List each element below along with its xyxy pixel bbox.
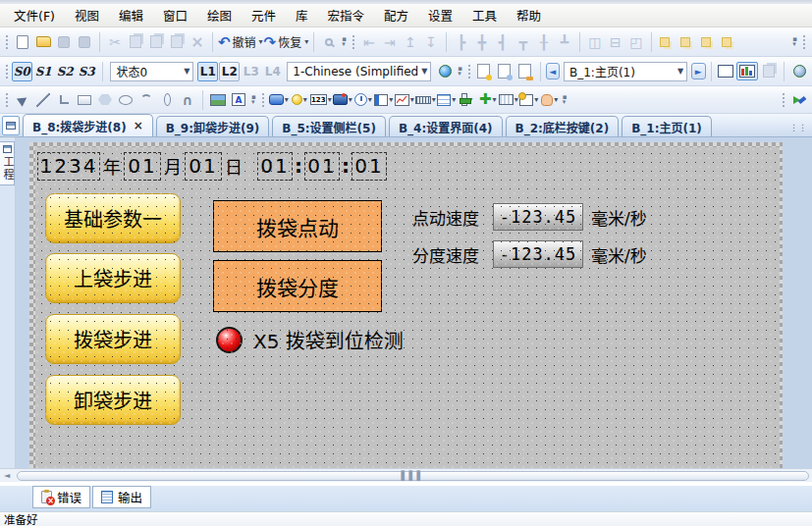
canvas-viewport[interactable]: 1234 年 01 月 01 日 01 : 01 : 01 基础参数一 上袋步进… — [16, 137, 812, 468]
screen-combobox[interactable]: B_1:主页(1) ▼ — [564, 62, 687, 81]
bring-forward-button[interactable] — [698, 31, 718, 53]
nav-button-unload-bag[interactable]: 卸袋步进 — [45, 375, 181, 425]
jog-speed-value[interactable]: -123.45 — [493, 203, 583, 231]
copy-button[interactable] — [126, 31, 145, 53]
nav-button-load-bag[interactable]: 上袋步进 — [45, 253, 181, 303]
new-file-button[interactable] — [13, 31, 32, 53]
toolbar-overflow-button[interactable]: ▪▾ — [342, 37, 347, 47]
preview-toggle-button[interactable] — [736, 62, 758, 80]
hmi-screen[interactable]: 1234 年 01 月 01 日 01 : 01 : 01 基础参数一 上袋步进… — [35, 147, 780, 468]
datetime-display[interactable]: 1234 年 01 月 01 日 01 : 01 : 01 — [37, 151, 387, 181]
errors-panel-tab[interactable]: 错误 — [32, 486, 90, 508]
day-field[interactable]: 01 — [185, 152, 222, 181]
toolbar-grip[interactable] — [466, 63, 470, 80]
toolbar-grip[interactable] — [801, 33, 806, 51]
arch-tool-button[interactable]: ∩ — [178, 89, 197, 111]
bit-button-tool[interactable]: ▾ — [269, 89, 289, 111]
minute-field[interactable]: 01 — [304, 152, 340, 181]
trend-chart-tool[interactable]: ▾ — [395, 89, 414, 111]
table-tool[interactable]: ▾ — [437, 89, 457, 111]
toolbar-grip[interactable] — [4, 33, 9, 51]
polyline-tool-button[interactable] — [54, 89, 74, 111]
toolbar-grip[interactable] — [4, 63, 8, 80]
move-component-tool[interactable]: ✚▾ — [478, 89, 498, 111]
new-screen-button[interactable] — [474, 61, 494, 82]
second-field[interactable]: 01 — [352, 152, 387, 181]
open-file-button[interactable] — [33, 31, 53, 53]
horizontal-scrollbar[interactable]: ◄ ▌▌▌ — [0, 468, 812, 482]
center-horizontal-button[interactable]: ╂ — [534, 31, 554, 53]
tab-b1[interactable]: B_1:主页(1) — [622, 116, 712, 136]
meter-tool[interactable]: ▾ — [374, 89, 394, 111]
menu-tools[interactable]: 工具 — [462, 4, 507, 26]
touch-key-tool[interactable]: ▾ — [540, 89, 560, 111]
tab-overflow-button[interactable]: ⋮⋮ — [789, 123, 810, 136]
menu-settings[interactable]: 设置 — [418, 4, 462, 26]
clock-tool[interactable]: ▾ — [353, 89, 373, 111]
menu-window[interactable]: 窗口 — [153, 4, 197, 26]
menu-help[interactable]: 帮助 — [507, 4, 551, 26]
undo-button[interactable]: ↶ 撤销 ▾ — [218, 31, 263, 53]
menu-component[interactable]: 元件 — [242, 4, 286, 26]
apply-screen-button[interactable] — [759, 61, 779, 82]
language-1-button[interactable]: L1 — [197, 62, 218, 81]
alarm-display-tool[interactable]: ▾ — [519, 89, 539, 111]
ellipse-tool-button[interactable] — [116, 89, 135, 111]
action-button-index[interactable]: 拨袋分度 — [213, 260, 382, 312]
align-right-button[interactable]: ⇥ — [380, 31, 400, 53]
center-vertical-button[interactable]: ╋ — [472, 31, 492, 53]
paste-button[interactable] — [167, 31, 187, 53]
align-bottom-button[interactable]: ↧ — [421, 31, 441, 53]
screen-properties-button[interactable] — [515, 61, 535, 82]
tab-b9[interactable]: B_9:卸袋步进(9) — [156, 116, 270, 136]
distribute-left-button[interactable]: ┣ — [452, 31, 471, 53]
arc-tool-button[interactable] — [136, 89, 156, 111]
window-view-button[interactable] — [716, 61, 735, 82]
distribute-right-button[interactable]: ┫ — [493, 31, 513, 53]
toolbar-grip[interactable] — [351, 33, 355, 51]
tab-b2[interactable]: B_2:底栏按键(2) — [506, 116, 620, 136]
picture-tool-button[interactable] — [208, 89, 228, 111]
send-backward-button[interactable] — [719, 31, 738, 53]
state-3-button[interactable]: S3 — [77, 62, 97, 81]
text-tool-button[interactable]: A — [229, 89, 248, 111]
align-top-button[interactable]: ↥ — [401, 31, 420, 53]
hour-field[interactable]: 01 — [257, 152, 293, 181]
menu-recipe[interactable]: 配方 — [374, 4, 418, 26]
state-1-button[interactable]: S1 — [33, 62, 54, 81]
send-to-back-button[interactable] — [677, 31, 697, 53]
lamp-tool[interactable]: ▾ — [290, 89, 309, 111]
sector-tool-button[interactable] — [157, 89, 177, 111]
same-height-button[interactable]: ⊟ — [606, 31, 625, 53]
nav-button-basic-params[interactable]: 基础参数一 — [45, 193, 181, 243]
save-all-button[interactable] — [75, 31, 94, 53]
menu-edit[interactable]: 编辑 — [109, 4, 153, 26]
menu-file[interactable]: 文件(F) — [4, 4, 65, 26]
keypad-tool[interactable]: ▾ — [499, 89, 518, 111]
toolbar-overflow-button[interactable]: ▪▾ — [458, 67, 462, 77]
distribute-top-button[interactable]: ┳ — [514, 31, 533, 53]
simulate-button[interactable] — [789, 61, 809, 82]
distribute-bottom-button[interactable]: ┻ — [555, 31, 574, 53]
menu-draw[interactable]: 绘图 — [197, 4, 242, 26]
numeric-display-tool[interactable]: 123▾ — [310, 89, 332, 111]
scroll-left-icon[interactable]: ◄ — [0, 471, 14, 480]
menu-macro[interactable]: 宏指令 — [318, 4, 375, 26]
close-icon[interactable]: × — [134, 119, 143, 132]
language-2-button[interactable]: L2 — [219, 62, 240, 81]
state-combobox[interactable]: 状态0 ▼ — [110, 62, 193, 81]
year-field[interactable]: 1234 — [37, 152, 100, 181]
language-globe-button[interactable] — [435, 61, 455, 82]
toolbar-overflow-button[interactable]: ▪▾ — [251, 95, 256, 105]
tab-b8[interactable]: B_8:拨袋步进(8) × — [23, 114, 153, 136]
action-button-jog[interactable]: 拨袋点动 — [213, 200, 382, 252]
word-button-tool[interactable]: ▾ — [333, 89, 352, 111]
rectangle-tool-button[interactable] — [75, 89, 94, 111]
duplicate-button[interactable] — [146, 31, 166, 53]
language-4-button[interactable]: L4 — [262, 62, 283, 81]
language-combobox[interactable]: 1-Chinese (Simplified ▼ — [287, 62, 431, 81]
language-3-button[interactable]: L3 — [241, 62, 261, 81]
index-speed-value[interactable]: -123.45 — [493, 240, 583, 268]
slider-tool[interactable]: ▾ — [458, 89, 477, 111]
month-field[interactable]: 01 — [124, 152, 161, 181]
